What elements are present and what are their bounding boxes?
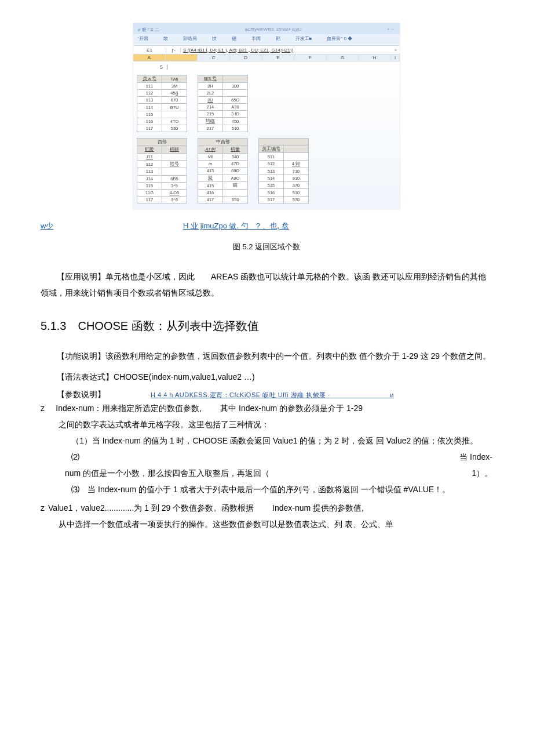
col-header: G	[327, 54, 359, 61]
bullet-marker: z	[41, 500, 45, 516]
link-line: w少 H 业 jimuZpo 做. 勺 ? 、也, 盘	[41, 221, 492, 231]
col-header: I	[391, 54, 400, 61]
col-header	[166, 54, 198, 61]
sub-item-3: ⑶ 当 Index-num 的值小于 1 或者大于列表中最后一个值的序列号，函数…	[59, 481, 492, 497]
inline-blue-link[interactable]: H 4 4 h AUDKESS.逻賈：CfcKiQSE 皈吐 Uffi 游纔 执…	[151, 391, 394, 399]
text: Value1，value2.............为 1 到 29 个数值参数…	[48, 503, 254, 513]
ribbon-right: * ﹀	[388, 27, 395, 33]
parameter-list: z Index-num：用来指定所选定的数值参数, 其中 Index-num 的…	[41, 400, 492, 532]
excel-screenshot: d 呀 " ≡ 二 aCfltyiWIWhiti. z/nwz4 E)nJ * …	[133, 23, 400, 209]
col-header: F	[294, 54, 327, 61]
column-headers: A C D E F G H I	[133, 54, 400, 61]
text: num 的值是一个小数，那么按四舍五入取整后，再返回（	[65, 465, 269, 481]
menu-item: 耙	[276, 35, 280, 42]
cell-value: 5 丨	[137, 63, 396, 75]
formula-text: S ({A4 rB1 I, D4; E1 }, AI5; B21 „ DU; E…	[181, 48, 392, 53]
text: 其中 Index-num 的参数必须是介于 1-29	[220, 404, 363, 413]
text: 之间的数字表达式或者单元格字段。这里包括了三种情况：	[59, 416, 492, 432]
grid-area: 5 丨 员 а 号TAfi 1113M 11245{} 113670 114B7…	[133, 61, 400, 209]
text: Index-num：用来指定所选定的数值参数,	[56, 404, 202, 413]
text: 当 Index-	[459, 449, 492, 465]
col-header: H	[359, 54, 391, 61]
expand-icon: »	[392, 48, 400, 53]
menu-item: '开因	[138, 35, 148, 42]
menu-bar: '开因 敢 卯络局 技 锯 丰阔 耙 开发工■ 血座骨" 0 ◆	[133, 34, 400, 45]
data-table-mid: 中酋部 AT刎梢量 Ml340 m47D 41369D 疑A9O 415瞒 41…	[198, 138, 248, 203]
section-heading: 5.1.3 CHOOSE 函数：从列表中选择数值	[41, 318, 492, 334]
function-desc-paragraph: 【功能说明】该函数利用给定的参数值，返回数值参数列表中的一个值。列表中的数 值个…	[41, 348, 492, 364]
ribbon-mid: aCfltyiWIWhiti. z/nwz4 E)nJ	[167, 27, 379, 33]
figure-caption: 图 5.2 返回区域个数	[41, 242, 492, 252]
bullet-marker: z	[41, 400, 53, 416]
name-box: E1	[133, 48, 166, 53]
data-table-right: 员工编号 511 5124 卸 513710 514910 515370 516…	[258, 138, 309, 203]
menu-item: 锯	[232, 35, 236, 42]
menu-item: 开发工■	[295, 35, 312, 42]
sub-item-1: （1）当 Index-num 的值为 1 时，CHOOSE 函数会返回 Valu…	[59, 432, 492, 449]
col-header: A	[133, 54, 166, 61]
text: ⑵	[71, 449, 79, 465]
col-header: D	[230, 54, 262, 61]
syntax-paragraph: 【语法表达式】CHOOSE(index-num,value1,value2 …)	[41, 369, 492, 385]
sub-item-2: ⑵ 当 Index- num 的值是一个小数，那么按四舍五入取整后，再返回（ 1…	[71, 449, 492, 481]
list-item: z Value1，value2.............为 1 到 29 个数值…	[41, 500, 492, 532]
data-table-west-top-left: 员 а 号TAfi 1113M 11245{} 113670 114B7U 11…	[137, 75, 187, 132]
menu-item: 丰阔	[251, 35, 261, 42]
formula-bar: E1 ƒ- S ({A4 rB1 I, D4; E1 }, AI5; B21 „…	[133, 45, 400, 54]
fx-icon: ƒ-	[166, 48, 181, 53]
list-item: z Index-num：用来指定所选定的数值参数, 其中 Index-num 的…	[41, 400, 492, 497]
menu-item: 血座骨" 0 ◆	[327, 35, 352, 42]
param-header-row: 【参数说明】 H 4 4 h AUDKESS.逻賈：CfcKiQSE 皈吐 Uf…	[41, 390, 492, 400]
data-table-west: 西部 虹龄梢丽 J11 312祜号 113 J146B5 3153^5 11G4…	[137, 138, 187, 203]
col-header: E	[262, 54, 295, 61]
param-label: 【参数说明】	[41, 390, 105, 400]
application-note-paragraph: 【应用说明】单元格也是小区域，因此 AREAS 函数也可以统计单元格的个数。该函…	[41, 268, 492, 301]
menu-item: 卯络局	[183, 35, 197, 42]
ribbon-left: d 呀 " ≡ 二	[138, 27, 159, 33]
menu-item: 敢	[163, 35, 168, 42]
link-right[interactable]: H 业 jimuZpo 做. 勺 ? 、也, 盘	[183, 221, 289, 230]
col-header: C	[198, 54, 230, 61]
ribbon: d 呀 " ≡ 二 aCfltyiWIWhiti. z/nwz4 E)nJ * …	[133, 23, 400, 34]
text: Index-num 提供的参数值,	[272, 503, 364, 513]
text: 从中选择一个数值或者一项要执行的操作。这些数值参数可以是数值表达式、列 表、公式…	[59, 516, 492, 532]
link-left[interactable]: w少	[41, 221, 53, 230]
text: 1）。	[472, 465, 492, 481]
menu-item: 技	[212, 35, 217, 42]
data-table-top-mid: fil!S 号 2H300 2L2 2U65O 214A30 2153 ID 均…	[198, 75, 248, 132]
